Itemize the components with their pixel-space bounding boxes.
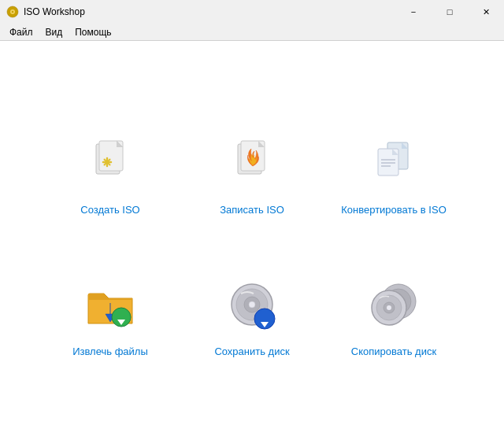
maximize-button[interactable]: □ [432,0,468,24]
burn-iso-button[interactable]: Записать ISO [189,99,315,225]
title-bar: ISO Workshop − □ ✕ [0,0,504,24]
extract-files-button[interactable]: Извлечь файлы [47,241,173,367]
svg-point-2 [12,11,13,13]
burn-iso-icon [220,133,284,196]
title-bar-text: ISO Workshop [24,6,85,17]
menu-help[interactable]: Помощь [69,25,117,39]
save-disc-button[interactable]: Сохранить диск [189,241,315,367]
title-bar-left: ISO Workshop [6,6,85,18]
title-bar-controls: − □ ✕ [395,0,504,24]
menu-bar: Файл Вид Помощь [0,24,504,41]
extract-files-label: Извлечь файлы [72,346,148,359]
main-content: Создать ISO Записать ISO [0,41,504,425]
extract-files-icon [79,275,142,338]
convert-iso-icon [362,133,425,196]
create-iso-button[interactable]: Создать ISO [47,99,173,225]
copy-disc-icon [362,275,425,338]
menu-view[interactable]: Вид [39,25,69,39]
burn-iso-label: Записать ISO [220,204,284,217]
create-iso-label: Создать ISO [80,204,139,217]
save-disc-label: Сохранить диск [214,346,289,359]
save-disc-icon [220,275,284,338]
copy-disc-button[interactable]: Скопировать диск [331,241,457,367]
menu-file[interactable]: Файл [3,25,39,39]
svg-point-22 [249,301,255,308]
action-grid: Создать ISO Записать ISO [32,83,472,382]
create-iso-icon [79,133,142,196]
convert-iso-label: Конвертировать в ISO [341,204,447,217]
app-icon [6,6,19,18]
close-button[interactable]: ✕ [468,0,504,24]
copy-disc-label: Скопировать диск [351,346,436,359]
svg-point-32 [387,305,391,310]
minimize-button[interactable]: − [395,0,432,24]
convert-iso-button[interactable]: Конвертировать в ISO [331,99,457,225]
